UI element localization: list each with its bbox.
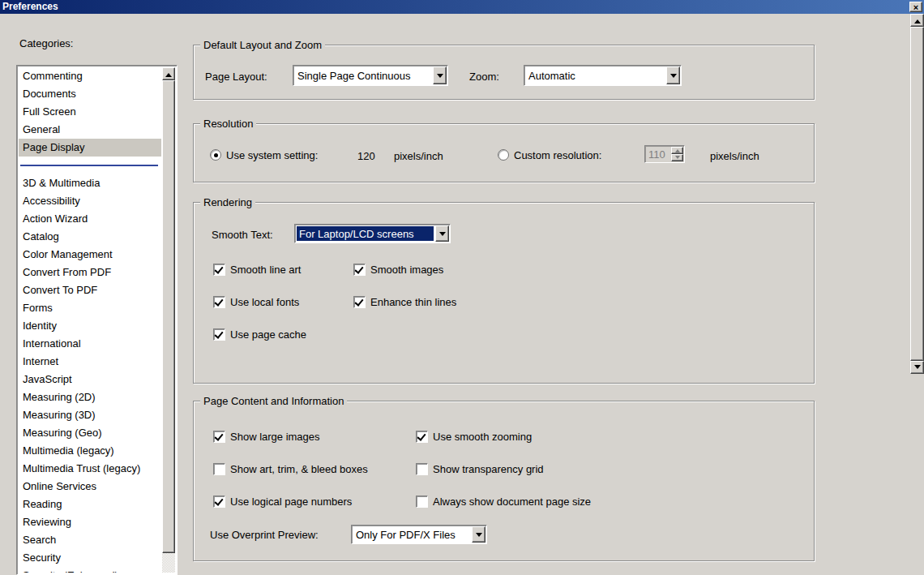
category-item[interactable]: Accessibility bbox=[19, 192, 161, 210]
system-resolution-value: 120 bbox=[357, 150, 375, 162]
overprint-preview-value: Only For PDF/X Files bbox=[353, 527, 470, 542]
category-item[interactable]: Forms bbox=[19, 299, 161, 317]
checkbox-field: Show large images bbox=[213, 430, 320, 443]
categories-list: Commenting Documents Full Screen General… bbox=[19, 67, 161, 573]
category-item[interactable]: Convert To PDF bbox=[19, 281, 161, 299]
smooth-text-value: For Laptop/LCD screens bbox=[297, 226, 434, 241]
show-art-trim-bleed-checkbox[interactable] bbox=[213, 463, 225, 475]
category-item[interactable]: Security (Enhanced) bbox=[19, 567, 161, 573]
always-show-doc-page-size-checkbox[interactable] bbox=[416, 496, 428, 508]
category-item[interactable]: General bbox=[19, 121, 161, 139]
page-layout-label: Page Layout: bbox=[205, 71, 267, 83]
categories-scrollbar[interactable] bbox=[162, 67, 175, 573]
category-item[interactable]: Documents bbox=[19, 85, 161, 103]
overprint-preview-dropdown[interactable]: Only For PDF/X Files bbox=[351, 525, 487, 544]
down-arrow-icon bbox=[675, 156, 680, 161]
enhance-thin-lines-checkbox[interactable] bbox=[353, 296, 366, 308]
dropdown-button[interactable] bbox=[472, 526, 486, 543]
checkmark-icon bbox=[417, 431, 426, 441]
category-item[interactable]: Catalog bbox=[19, 228, 161, 246]
spin-down-button[interactable] bbox=[671, 154, 683, 161]
scroll-up-button[interactable] bbox=[910, 14, 924, 27]
down-arrow-icon bbox=[914, 365, 921, 372]
custom-resolution-spinner[interactable]: 110 bbox=[644, 145, 685, 163]
show-transparency-grid-checkbox[interactable] bbox=[416, 463, 428, 475]
up-arrow-icon bbox=[914, 16, 921, 24]
category-item[interactable]: International bbox=[19, 335, 161, 353]
category-item[interactable]: Measuring (3D) bbox=[19, 406, 161, 424]
checkbox-field: Show transparency grid bbox=[416, 462, 544, 475]
page-layout-dropdown[interactable]: Single Page Continuous bbox=[293, 65, 448, 86]
checkbox-field: Use page cache bbox=[213, 328, 306, 341]
spin-up-button[interactable] bbox=[671, 147, 683, 154]
chevron-down-icon bbox=[439, 232, 446, 239]
category-item-selected[interactable]: Page Display bbox=[19, 139, 161, 157]
group-title: Resolution bbox=[200, 118, 256, 130]
checkbox-label[interactable]: Use page cache bbox=[230, 328, 306, 341]
category-item[interactable]: Color Management bbox=[19, 246, 161, 264]
smooth-line-art-checkbox[interactable] bbox=[213, 264, 225, 276]
smooth-images-checkbox[interactable] bbox=[353, 264, 366, 276]
category-item[interactable]: 3D & Multimedia bbox=[19, 174, 161, 192]
category-item[interactable]: Measuring (Geo) bbox=[19, 424, 161, 442]
category-item[interactable]: Commenting bbox=[19, 67, 161, 85]
spinner-buttons bbox=[671, 147, 683, 161]
checkbox-label[interactable]: Show large images bbox=[230, 431, 320, 443]
checkmark-icon bbox=[214, 329, 223, 339]
smooth-text-label: Smooth Text: bbox=[212, 229, 273, 241]
scroll-up-button[interactable] bbox=[162, 67, 175, 80]
checkmark-icon bbox=[214, 297, 223, 307]
dropdown-button[interactable] bbox=[435, 225, 449, 242]
checkbox-label[interactable]: Enhance thin lines bbox=[370, 296, 456, 308]
custom-resolution-unit: pixels/inch bbox=[710, 150, 759, 162]
checkbox-label[interactable]: Use local fonts bbox=[230, 296, 299, 308]
category-item[interactable]: Identity bbox=[19, 317, 161, 335]
use-logical-page-numbers-checkbox[interactable] bbox=[213, 496, 225, 508]
zoom-dropdown[interactable]: Automatic bbox=[524, 65, 682, 86]
category-item[interactable]: Online Services bbox=[19, 478, 161, 496]
use-system-setting-field: Use system setting: bbox=[210, 148, 318, 161]
checkbox-label[interactable]: Use logical page numbers bbox=[230, 496, 352, 508]
scrollbar-thumb[interactable] bbox=[910, 27, 924, 361]
radio-label[interactable]: Custom resolution: bbox=[514, 149, 601, 161]
group-default-layout-zoom: Default Layout and Zoom Page Layout: Sin… bbox=[193, 45, 815, 100]
scroll-down-button[interactable] bbox=[910, 361, 924, 374]
dropdown-button[interactable] bbox=[666, 67, 680, 84]
close-icon: × bbox=[913, 3, 918, 11]
close-button[interactable]: × bbox=[909, 2, 922, 12]
categories-label: Categories: bbox=[19, 37, 73, 49]
use-system-setting-radio[interactable] bbox=[210, 149, 221, 161]
category-item[interactable]: Full Screen bbox=[19, 103, 161, 121]
checkbox-label[interactable]: Show transparency grid bbox=[433, 463, 544, 475]
smooth-text-dropdown[interactable]: For Laptop/LCD screens bbox=[294, 224, 451, 243]
use-smooth-zooming-checkbox[interactable] bbox=[416, 431, 428, 443]
category-item[interactable]: Multimedia (legacy) bbox=[19, 442, 161, 460]
scrollbar-thumb[interactable] bbox=[162, 80, 175, 553]
categories-listbox[interactable]: Commenting Documents Full Screen General… bbox=[16, 65, 178, 575]
category-item[interactable]: JavaScript bbox=[19, 371, 161, 388]
category-item[interactable]: Action Wizard bbox=[19, 210, 161, 228]
show-large-images-checkbox[interactable] bbox=[213, 431, 225, 443]
category-item[interactable]: Reading bbox=[19, 496, 161, 513]
dropdown-button[interactable] bbox=[433, 67, 447, 84]
use-local-fonts-checkbox[interactable] bbox=[213, 296, 225, 308]
category-item[interactable]: Measuring (2D) bbox=[19, 388, 161, 406]
checkbox-field: Show art, trim, & bleed boxes bbox=[213, 462, 368, 475]
use-page-cache-checkbox[interactable] bbox=[213, 328, 225, 341]
checkbox-label[interactable]: Use smooth zooming bbox=[433, 431, 532, 443]
category-item[interactable]: Security bbox=[19, 549, 161, 567]
group-rendering: Rendering Smooth Text: For Laptop/LCD sc… bbox=[193, 202, 815, 384]
category-item[interactable]: Reviewing bbox=[19, 513, 161, 531]
category-item[interactable]: Convert From PDF bbox=[19, 264, 161, 281]
checkbox-label[interactable]: Show art, trim, & bleed boxes bbox=[230, 463, 368, 475]
category-item[interactable]: Search bbox=[19, 531, 161, 549]
checkbox-label[interactable]: Always show document page size bbox=[433, 496, 591, 508]
category-item[interactable]: Multimedia Trust (legacy) bbox=[19, 460, 161, 478]
custom-resolution-radio[interactable] bbox=[498, 149, 509, 161]
checkbox-field: Smooth images bbox=[353, 263, 443, 276]
category-item[interactable]: Internet bbox=[19, 353, 161, 371]
checkbox-label[interactable]: Smooth images bbox=[370, 264, 443, 276]
checkbox-label[interactable]: Smooth line art bbox=[230, 264, 301, 276]
radio-label[interactable]: Use system setting: bbox=[226, 149, 318, 161]
vertical-scrollbar[interactable] bbox=[910, 14, 924, 374]
